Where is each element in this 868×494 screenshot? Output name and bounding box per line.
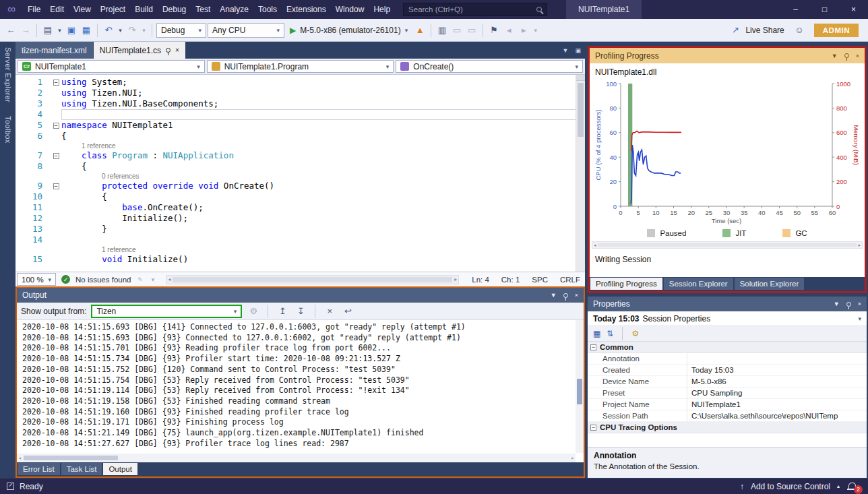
find-message-icon[interactable]: ⚙ [247,303,260,319]
doc-tab-tizen-manifest-xml[interactable]: tizen-manifest.xml [16,42,93,59]
fold-icon[interactable]: − [53,123,59,129]
wrench-icon[interactable]: ⚙ [631,329,639,338]
property-row[interactable]: Project NameNUITemplate1 [588,399,867,410]
collapse-icon[interactable]: − [590,425,596,431]
bookmark-prev-icon[interactable]: ◂ [502,22,516,38]
zoom-select[interactable]: 100 % ▾ [17,273,56,286]
space-mode-indicator[interactable]: SPC [528,276,551,284]
splitter-handle[interactable] [576,75,585,81]
menu-project[interactable]: Project [96,0,130,19]
window-position-icon[interactable]: ▼ [834,301,840,307]
search-input[interactable] [408,5,532,13]
scrollbar-thumb[interactable] [24,456,118,460]
comment-icon[interactable]: ▭ [450,22,464,38]
scrollbar-thumb[interactable] [598,243,857,247]
code-cleanup-icon[interactable]: ✎ [136,272,144,288]
menu-file[interactable]: File [23,0,45,19]
menu-analyze[interactable]: Analyze [215,0,253,19]
property-row[interactable]: Session PathC:\Users\alka.sethi\source\r… [588,410,867,422]
window-position-icon[interactable]: ▼ [832,53,838,59]
window-position-icon[interactable]: ▼ [551,292,557,299]
sort-alphabetical-icon[interactable]: ⇅ [607,329,613,338]
fold-icon[interactable]: − [53,80,59,86]
side-tab-server-explorer[interactable]: Server Explorer [4,47,12,102]
category-common[interactable]: −Common [588,342,867,353]
feedback-icon[interactable]: ☺ [793,22,806,38]
eol-indicator[interactable]: CRLF [557,276,584,284]
save-all-icon[interactable]: ▦ [80,22,93,38]
undo-icon[interactable]: ↶ [102,22,115,38]
pin-icon[interactable] [846,302,851,307]
bookmark-next-icon[interactable]: ▸ [517,22,530,38]
save-icon[interactable]: ▣ [65,22,78,38]
menu-debug[interactable]: Debug [158,0,191,19]
word-wrap-icon[interactable]: ↩ [341,303,354,319]
fold-icon[interactable]: − [53,153,59,159]
live-share-button[interactable]: ↗ Live Share [728,22,784,38]
property-row[interactable]: Annotation [588,353,867,365]
close-icon[interactable]: × [858,301,861,307]
chart-horizontal-scrollbar[interactable]: ◂ ▸ [592,241,863,249]
project-dropdown[interactable]: C# NUITemplate1 ▾ [18,60,205,73]
notifications-button[interactable]: 2 [846,481,861,493]
menu-view[interactable]: View [69,0,96,19]
tab-session-explorer[interactable]: Session Explorer [664,278,733,290]
redo-icon[interactable]: ↷ [125,22,139,38]
close-icon[interactable]: × [575,292,578,299]
search-box[interactable] [403,3,547,16]
navigate-forward-icon[interactable]: → [19,22,32,38]
object-selector[interactable]: Today 15:03 Session Properties ▾ [588,311,867,326]
output-source-select[interactable]: Tizen ▾ [91,305,242,318]
chevron-up-icon[interactable]: ▴ [837,483,840,489]
start-debugging-button[interactable]: ▶ M-5.0-x86 (emulator-26101) ▾ [286,22,412,38]
tab-output[interactable]: Output [103,463,137,475]
comment-icon[interactable]: ▭ [465,22,478,38]
navigate-back-icon[interactable]: ← [4,22,18,38]
output-log[interactable]: 2020-10-08 14:51:15.693 [DBG] {141} Conn… [17,320,584,462]
menu-edit[interactable]: Edit [45,0,69,19]
chevron-down-icon[interactable]: ▾ [532,22,539,38]
type-dropdown[interactable]: NUITemplate1.Program ▾ [207,60,394,73]
scrollbar-thumb[interactable] [173,277,452,282]
solution-platform-select[interactable]: Any CPU ▾ [208,23,284,38]
pin-icon[interactable] [563,293,568,298]
tab-profiling-progress[interactable]: Profiling Progress [590,278,662,290]
minimize-button[interactable]: – [781,0,810,19]
doc-tab-nuitemplate1-cs[interactable]: NUITemplate1.cs× [94,42,185,59]
scrollbar-thumb[interactable] [577,379,582,404]
menu-tools[interactable]: Tools [253,0,282,19]
scroll-left-icon[interactable]: ◂ [594,243,596,248]
background-tasks-icon[interactable] [7,483,14,490]
editor-scrollbar[interactable] [576,75,585,272]
device-manager-icon[interactable]: ▥ [435,22,449,38]
property-row[interactable]: Device NameM-5.0-x86 [588,376,867,388]
scroll-right-icon[interactable]: ▸ [858,243,861,248]
scroll-left-icon[interactable]: ◂ [168,276,170,282]
collapse-icon[interactable]: − [590,344,596,350]
next-message-icon[interactable]: ↧ [294,303,307,319]
output-header[interactable]: Output ▼ × [17,288,584,303]
close-icon[interactable]: × [175,47,179,54]
maximize-button[interactable]: □ [810,0,839,19]
tab-error-list[interactable]: Error List [18,463,60,475]
close-button[interactable]: × [839,0,868,19]
chevron-down-icon[interactable]: ▾ [117,22,124,38]
tab-task-list[interactable]: Task List [61,463,102,475]
new-project-icon[interactable]: ▤ [41,22,55,38]
property-row[interactable]: CreatedToday 15:03 [588,365,867,376]
previous-message-icon[interactable]: ↥ [276,303,289,319]
properties-header[interactable]: Properties ▼ × [588,297,867,311]
scrollbar-thumb[interactable] [578,83,584,137]
menu-test[interactable]: Test [191,0,215,19]
solution-configuration-select[interactable]: Debug ▾ [156,23,206,38]
admin-button[interactable]: ADMIN [814,24,859,37]
pin-icon[interactable] [844,53,849,58]
category-cpu-tracing-options[interactable]: −CPU Tracing Options [588,422,867,433]
active-files-dropdown-icon[interactable]: ▼ [563,47,569,54]
property-row[interactable]: PresetCPU Sampling [588,388,867,399]
bookmark-icon[interactable]: ⚑ [487,22,501,38]
scroll-right-icon[interactable]: ▸ [571,453,574,462]
add-to-source-control-button[interactable]: Add to Source Control [751,482,830,491]
float-window-icon[interactable]: ▣ [575,47,581,54]
close-icon[interactable]: × [856,53,859,59]
